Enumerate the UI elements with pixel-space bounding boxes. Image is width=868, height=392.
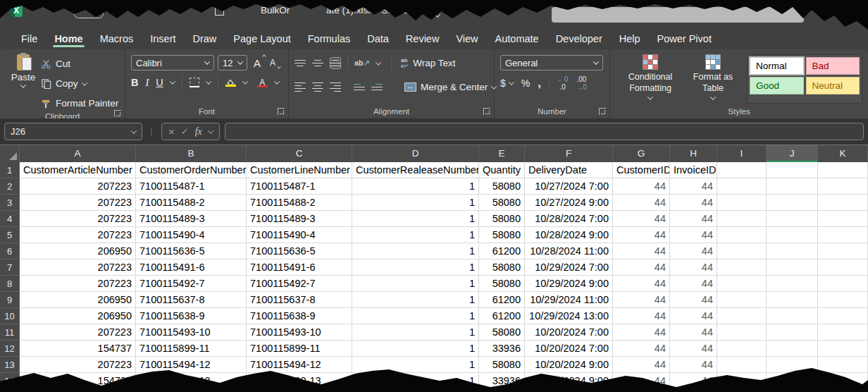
cell-J5[interactable] <box>767 227 818 243</box>
align-right-button[interactable] <box>330 82 341 92</box>
cell-H2[interactable]: 44 <box>670 178 717 195</box>
cell-B10[interactable]: 7100115638-9 <box>136 308 247 324</box>
cell-E14[interactable]: 33936 <box>479 373 525 389</box>
cell-D9[interactable]: 1 <box>352 292 479 308</box>
row-header-7[interactable]: 7 <box>0 259 20 276</box>
column-header-G[interactable]: G <box>613 145 670 162</box>
row-header-2[interactable]: 2 <box>0 178 20 195</box>
cell-G13[interactable]: 44 <box>613 357 670 373</box>
bold-button[interactable]: B <box>131 77 138 88</box>
font-color-chevron-icon[interactable] <box>274 78 280 84</box>
cell-F6[interactable]: 10/28/2024 11:00 <box>525 243 613 259</box>
cell-A10[interactable]: 206950 <box>20 308 136 324</box>
format-as-table-button[interactable]: Format as Table <box>685 54 741 104</box>
cell-E1[interactable]: Quantity <box>479 162 525 178</box>
tab-review[interactable]: Review <box>397 28 448 49</box>
tab-insert[interactable]: Insert <box>142 28 184 49</box>
cell-D5[interactable]: 1 <box>352 227 479 243</box>
cell-I11[interactable] <box>717 324 767 341</box>
cell-K3[interactable] <box>818 195 868 211</box>
column-header-F[interactable]: F <box>525 145 613 162</box>
cell-H1[interactable]: InvoiceID <box>670 162 717 178</box>
cell-B7[interactable]: 7100115491-6 <box>136 259 247 276</box>
cell-K10[interactable] <box>818 308 868 324</box>
cell-E7[interactable]: 58080 <box>479 259 525 276</box>
underline-chevron-icon[interactable] <box>170 78 175 84</box>
cell-A11[interactable]: 207223 <box>20 324 136 341</box>
cell-D2[interactable]: 1 <box>352 178 479 195</box>
clipboard-dialog-launcher-icon[interactable] <box>114 110 121 117</box>
cell-A14[interactable]: 154737 <box>20 373 136 389</box>
conditional-formatting-button[interactable]: Conditional Formatting <box>616 54 685 104</box>
tab-view[interactable]: View <box>447 28 486 49</box>
cell-A1[interactable]: CustomerArticleNumber <box>20 162 136 178</box>
italic-button[interactable]: I <box>145 77 149 89</box>
cell-I6[interactable] <box>717 243 767 259</box>
cell-F9[interactable]: 10/29/2024 11:00 <box>525 292 613 308</box>
cell-F2[interactable]: 10/27/2024 7:00 <box>525 178 613 195</box>
copy-button[interactable]: Copy <box>41 75 118 92</box>
row-header-11[interactable]: 11 <box>0 324 20 341</box>
cell-H5[interactable]: 44 <box>670 227 717 243</box>
cell-I3[interactable] <box>717 195 767 211</box>
cell-B5[interactable]: 7100115490-4 <box>136 227 247 243</box>
cell-K5[interactable] <box>818 227 868 243</box>
cell-D3[interactable]: 1 <box>352 195 479 211</box>
format-painter-button[interactable]: Format Painter <box>41 94 118 112</box>
cell-I1[interactable] <box>717 162 767 178</box>
increase-decimal-button[interactable]: ←0.0 <box>557 75 569 91</box>
cell-F7[interactable]: 10/29/2024 7:00 <box>525 259 613 276</box>
row-header-13[interactable]: 13 <box>0 357 20 373</box>
name-box[interactable]: J26 <box>4 123 142 140</box>
cell-C13[interactable]: 7100115494-12 <box>247 357 352 373</box>
title-dropdown-chevron-icon[interactable] <box>435 8 440 20</box>
cell-K8[interactable] <box>818 276 868 292</box>
bottom-align-button[interactable] <box>330 57 341 70</box>
column-header-H[interactable]: H <box>670 145 717 162</box>
cell-G10[interactable]: 44 <box>613 308 670 324</box>
column-header-K[interactable]: K <box>818 145 868 162</box>
cell-H6[interactable]: 44 <box>670 243 717 259</box>
cell-F5[interactable]: 10/28/2024 9:00 <box>525 227 613 243</box>
cell-I12[interactable] <box>717 341 767 357</box>
cell-E12[interactable]: 33936 <box>479 341 525 357</box>
cell-H7[interactable]: 44 <box>670 259 717 276</box>
paste-chevron-icon[interactable] <box>20 82 26 87</box>
cell-I7[interactable] <box>717 259 767 276</box>
cell-style-bad[interactable]: Bad <box>806 57 860 75</box>
cell-G6[interactable]: 44 <box>613 243 670 259</box>
cell-D12[interactable]: 1 <box>352 341 479 357</box>
cell-A4[interactable]: 207223 <box>20 211 136 227</box>
font-color-button[interactable]: A <box>257 78 268 87</box>
enter-button[interactable]: ✓ <box>181 126 189 137</box>
tab-help[interactable]: Help <box>611 28 649 49</box>
cell-B11[interactable]: 7100115493-10 <box>136 324 247 341</box>
cell-G5[interactable]: 44 <box>613 227 670 243</box>
cell-F10[interactable]: 10/29/2024 13:00 <box>525 308 613 324</box>
cell-E11[interactable]: 58080 <box>479 324 525 341</box>
cell-C2[interactable]: 7100115487-1 <box>247 178 352 195</box>
tab-macros[interactable]: Macros <box>92 28 142 49</box>
cell-D11[interactable]: 1 <box>352 324 479 341</box>
row-header-14[interactable]: 14 <box>0 373 20 389</box>
row-header-9[interactable]: 9 <box>0 292 20 308</box>
cell-F4[interactable]: 10/28/2024 7:00 <box>525 211 613 227</box>
cell-A5[interactable]: 207223 <box>20 227 136 243</box>
cell-J1[interactable] <box>767 162 818 178</box>
cell-D13[interactable]: 1 <box>352 357 479 373</box>
percent-format-button[interactable]: % <box>521 78 530 89</box>
cell-G12[interactable]: 44 <box>613 341 670 357</box>
cell-D10[interactable]: 1 <box>352 308 479 324</box>
cell-K1[interactable] <box>818 162 868 178</box>
align-center-button[interactable] <box>312 82 323 92</box>
cell-K6[interactable] <box>818 243 868 259</box>
cell-B8[interactable]: 7100115492-7 <box>136 276 247 292</box>
cell-C1[interactable]: CustomerLineNumber <box>247 162 352 178</box>
orientation-button[interactable]: ab↗ <box>354 59 370 68</box>
cell-A9[interactable]: 206950 <box>20 292 136 308</box>
cell-D8[interactable]: 1 <box>352 276 479 292</box>
cell-J7[interactable] <box>767 259 818 276</box>
tab-power-pivot[interactable]: Power Pivot <box>649 28 720 49</box>
cell-C7[interactable]: 7100115491-6 <box>247 259 352 276</box>
cell-G9[interactable]: 44 <box>613 292 670 308</box>
